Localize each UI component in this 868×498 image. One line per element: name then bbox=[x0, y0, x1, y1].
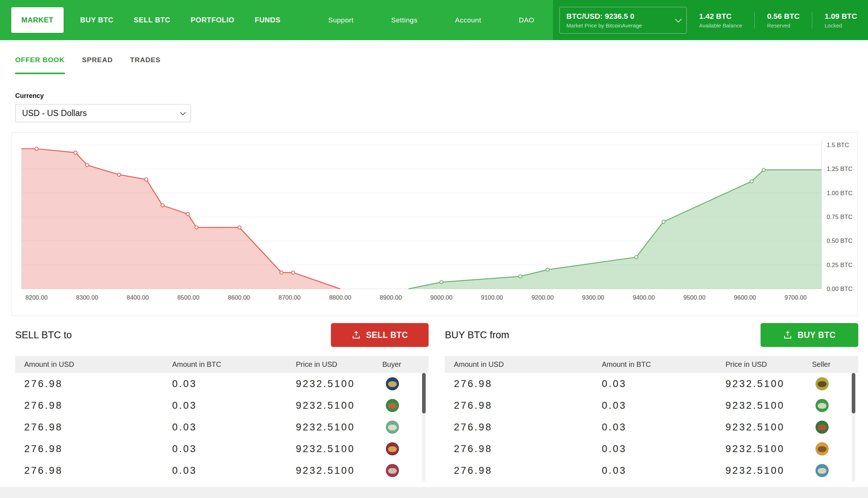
column-header-price-usd: Price in USD bbox=[726, 360, 812, 369]
cell-price-usd: 9232.5100 bbox=[726, 422, 812, 433]
sell-btc-button-label: SELL BTC bbox=[366, 330, 408, 340]
stat-available-balance: 1.42 BTC Available Balance bbox=[687, 12, 754, 29]
cell-amount-usd: 276.98 bbox=[454, 443, 602, 455]
column-header-buyer: Buyer bbox=[382, 360, 429, 369]
table-row[interactable]: 276.98 0.03 9232.5100 bbox=[445, 373, 858, 395]
svg-text:8700.00: 8700.00 bbox=[278, 294, 301, 301]
sell-icon bbox=[352, 330, 361, 340]
tab-spread[interactable]: SPREAD bbox=[82, 56, 113, 74]
svg-text:1.5 BTC: 1.5 BTC bbox=[827, 142, 849, 149]
chevron-down-icon bbox=[675, 16, 682, 22]
svg-text:9200.00: 9200.00 bbox=[532, 294, 554, 301]
svg-text:8500.00: 8500.00 bbox=[177, 294, 199, 301]
sell-btc-button[interactable]: SELL BTC bbox=[331, 323, 429, 347]
top-nav: MARKET BUY BTC SELL BTC PORTFOLIO FUNDS … bbox=[0, 0, 868, 40]
column-header-amount-usd: Amount in USD bbox=[24, 360, 172, 369]
cell-price-usd: 9232.5100 bbox=[296, 422, 382, 433]
page-bottom-strip bbox=[0, 487, 868, 498]
cell-price-usd: 9232.5100 bbox=[296, 400, 382, 411]
svg-text:9000.00: 9000.00 bbox=[430, 294, 452, 301]
table-row[interactable]: 276.98 0.03 9232.5100 bbox=[15, 395, 429, 416]
table-row[interactable]: 276.98 0.03 9232.5100 bbox=[15, 416, 429, 438]
sell-panel-header: SELL BTC to SELL BTC bbox=[15, 323, 429, 347]
seller-avatar[interactable] bbox=[816, 442, 829, 455]
currency-label: Currency bbox=[15, 92, 868, 100]
seller-avatar[interactable] bbox=[816, 421, 829, 434]
buyer-avatar[interactable] bbox=[386, 377, 399, 390]
table-row[interactable]: 276.98 0.03 9232.5100 bbox=[445, 395, 858, 416]
column-header-price-usd: Price in USD bbox=[296, 360, 382, 369]
depth-chart-svg: 0.00 BTC0.25 BTC0.50 BTC0.75 BTC1.00 BTC… bbox=[12, 133, 857, 315]
cell-amount-btc: 0.03 bbox=[602, 443, 726, 455]
cell-amount-usd: 276.98 bbox=[24, 400, 172, 411]
stat-label: Reserved bbox=[767, 22, 800, 29]
table-row[interactable]: 276.98 0.03 9232.5100 bbox=[445, 416, 858, 438]
seller-avatar[interactable] bbox=[816, 399, 829, 412]
nav-item-buy-btc[interactable]: BUY BTC bbox=[70, 16, 124, 24]
cell-amount-usd: 276.98 bbox=[454, 378, 602, 390]
table-row[interactable]: 276.98 0.03 9232.5100 bbox=[445, 460, 858, 481]
table-row[interactable]: 276.98 0.03 9232.5100 bbox=[15, 438, 429, 460]
tab-bar: OFFER BOOK SPREAD TRADES bbox=[0, 40, 868, 74]
stat-label: Available Balance bbox=[699, 22, 742, 29]
cell-amount-usd: 276.98 bbox=[454, 400, 602, 411]
column-header-amount-usd: Amount in USD bbox=[454, 360, 602, 369]
nav-item-market[interactable]: MARKET bbox=[11, 7, 64, 33]
currency-selected-value: USD - US Dollars bbox=[22, 108, 87, 118]
cell-amount-usd: 276.98 bbox=[24, 378, 172, 390]
seller-avatar[interactable] bbox=[816, 377, 829, 390]
svg-text:8200.00: 8200.00 bbox=[25, 294, 47, 301]
nav-item-sell-btc[interactable]: SELL BTC bbox=[124, 16, 180, 24]
table-row[interactable]: 276.98 0.03 9232.5100 bbox=[15, 373, 429, 395]
cell-amount-btc: 0.03 bbox=[602, 465, 726, 476]
table-scrollbar[interactable] bbox=[422, 373, 426, 481]
table-row[interactable]: 276.98 0.03 9232.5100 bbox=[15, 460, 429, 481]
cell-amount-btc: 0.03 bbox=[602, 422, 726, 433]
nav-item-funds[interactable]: FUNDS bbox=[244, 16, 290, 24]
tab-trades[interactable]: TRADES bbox=[130, 56, 161, 74]
table-header-row: Amount in USD Amount in BTC Price in USD… bbox=[15, 356, 429, 373]
nav-item-portfolio[interactable]: PORTFOLIO bbox=[180, 16, 244, 24]
svg-text:1.25 BTC: 1.25 BTC bbox=[827, 166, 852, 172]
cell-amount-btc: 0.03 bbox=[602, 400, 726, 411]
buyer-avatar[interactable] bbox=[386, 464, 399, 477]
stat-locked: 1.09 BTC Locked bbox=[812, 12, 868, 29]
stat-value: 1.09 BTC bbox=[825, 12, 857, 21]
svg-text:8300.00: 8300.00 bbox=[76, 294, 98, 301]
cell-price-usd: 9232.5100 bbox=[726, 465, 812, 476]
svg-text:0.00 BTC: 0.00 BTC bbox=[827, 286, 852, 292]
table-row[interactable]: 276.98 0.03 9232.5100 bbox=[445, 438, 858, 460]
currency-block: Currency USD - US Dollars bbox=[0, 74, 868, 122]
nav-item-dao[interactable]: DAO bbox=[500, 16, 553, 24]
nav-item-support[interactable]: Support bbox=[310, 16, 373, 24]
column-header-amount-btc: Amount in BTC bbox=[172, 360, 296, 369]
balance-panel: BTC/USD: 9236.5 0 Market Price by Bitcoi… bbox=[553, 0, 868, 40]
nav-item-settings[interactable]: Settings bbox=[373, 16, 437, 24]
buy-panel-title: BUY BTC from bbox=[445, 330, 509, 341]
cell-amount-btc: 0.03 bbox=[172, 465, 296, 476]
tab-offer-book[interactable]: OFFER BOOK bbox=[15, 56, 65, 74]
market-price-text-block: BTC/USD: 9236.5 0 Market Price by Bitcoi… bbox=[566, 12, 642, 29]
market-price-source: Market Price by BitcoinAverage bbox=[566, 22, 642, 29]
svg-text:8900.00: 8900.00 bbox=[380, 294, 402, 301]
stat-reserved: 0.56 BTC Reserved bbox=[754, 12, 812, 29]
cell-amount-btc: 0.03 bbox=[172, 443, 296, 455]
cell-amount-btc: 0.03 bbox=[172, 400, 296, 411]
currency-select[interactable]: USD - US Dollars bbox=[15, 104, 191, 122]
stat-value: 1.42 BTC bbox=[699, 12, 742, 21]
cell-amount-usd: 276.98 bbox=[24, 465, 172, 476]
scrollbar-thumb[interactable] bbox=[422, 373, 426, 413]
sell-panel: SELL BTC to SELL BTC Amount in USD Amoun… bbox=[15, 323, 429, 481]
sell-offers-table: Amount in USD Amount in BTC Price in USD… bbox=[15, 356, 429, 481]
depth-chart-panel: 0.00 BTC0.25 BTC0.50 BTC0.75 BTC1.00 BTC… bbox=[12, 132, 858, 316]
buyer-avatar[interactable] bbox=[386, 421, 399, 434]
scrollbar-thumb[interactable] bbox=[852, 373, 855, 413]
buyer-avatar[interactable] bbox=[386, 399, 399, 412]
buyer-avatar[interactable] bbox=[386, 442, 399, 455]
stat-label: Locked bbox=[825, 22, 857, 29]
buy-btc-button[interactable]: BUY BTC bbox=[761, 323, 858, 347]
seller-avatar[interactable] bbox=[816, 464, 829, 477]
table-scrollbar[interactable] bbox=[852, 373, 855, 481]
market-price-dropdown[interactable]: BTC/USD: 9236.5 0 Market Price by Bitcoi… bbox=[559, 7, 687, 34]
nav-item-account[interactable]: Account bbox=[436, 16, 500, 24]
